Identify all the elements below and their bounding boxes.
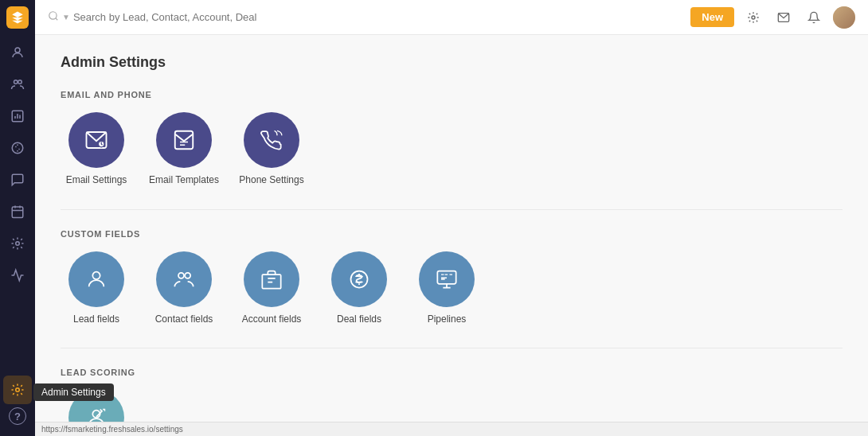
section-title-email-phone: EMAIL AND PHONE	[61, 90, 843, 99]
card-email-settings[interactable]: Email Settings	[61, 112, 132, 187]
sidebar-item-workflows[interactable]	[3, 229, 32, 258]
card-label-lead-fields: Lead fields	[73, 313, 119, 326]
statusbar: https://fsmarketing.freshsales.io/settin…	[35, 422, 868, 436]
card-circle-lead-score	[68, 390, 124, 422]
svg-point-14	[92, 271, 100, 278]
card-pipelines[interactable]: Pipelines	[411, 251, 483, 326]
svg-point-1	[14, 80, 18, 84]
divider-1	[61, 209, 843, 210]
notifications-icon[interactable]	[803, 6, 825, 29]
card-label-pipelines: Pipelines	[428, 313, 467, 326]
card-circle-account-fields	[244, 251, 299, 307]
section-custom-fields: CUSTOM FIELDS Lead fields	[61, 229, 843, 326]
svg-point-4	[12, 142, 23, 154]
card-lead-score-customization[interactable]: Lead Score Customization	[61, 390, 132, 422]
card-label-deal-fields: Deal fields	[337, 313, 381, 326]
sidebar-item-analytics[interactable]	[3, 261, 32, 290]
card-phone-settings[interactable]: Phone Settings	[236, 112, 307, 187]
sidebar-item-deals[interactable]	[3, 134, 32, 162]
search-input[interactable]	[73, 11, 264, 23]
section-title-lead-scoring: LEAD SCORING	[61, 368, 843, 377]
svg-point-7	[16, 388, 20, 392]
page-title: Admin Settings	[61, 54, 843, 71]
card-circle-deal-fields	[331, 251, 387, 307]
sidebar-item-leads[interactable]	[3, 38, 32, 67]
svg-rect-5	[12, 207, 23, 218]
topbar: ▼ New	[35, 0, 868, 35]
search-area: ▼	[48, 10, 684, 24]
svg-point-0	[15, 48, 20, 53]
svg-point-9	[752, 16, 755, 19]
admin-settings-wrap: Admin Settings	[3, 376, 32, 404]
new-button[interactable]: New	[690, 7, 734, 27]
card-contact-fields[interactable]: Contact fields	[148, 251, 220, 326]
divider-2	[61, 348, 843, 348]
cards-row-lead-scoring: Lead Score Customization	[61, 390, 843, 422]
sidebar-item-contacts[interactable]	[3, 70, 32, 99]
section-title-custom-fields: CUSTOM FIELDS	[61, 229, 843, 239]
svg-point-16	[185, 272, 190, 278]
cards-row-email-phone: Email Settings Email Templates	[61, 112, 843, 187]
card-circle-lead-fields	[68, 251, 124, 307]
sidebar-item-calendar[interactable]	[3, 197, 32, 226]
card-label-email-templates: Email Templates	[149, 174, 219, 187]
card-email-templates[interactable]: Email Templates	[148, 112, 220, 187]
svg-point-15	[178, 272, 184, 278]
sidebar-item-admin-settings[interactable]	[3, 376, 32, 404]
cards-row-custom-fields: Lead fields Contact fields	[61, 251, 843, 326]
card-label-account-fields: Account fields	[242, 313, 302, 326]
card-label-phone-settings: Phone Settings	[239, 174, 303, 187]
content-area: Admin Settings EMAIL AND PHONE Email Set…	[35, 35, 868, 422]
search-caret: ▼	[62, 13, 70, 21]
sidebar-item-help[interactable]: ?	[9, 407, 26, 425]
status-url: https://fsmarketing.freshsales.io/settin…	[41, 425, 183, 434]
section-lead-scoring: LEAD SCORING Lead Score Customization	[61, 368, 843, 422]
topbar-right: New	[690, 6, 855, 29]
avatar[interactable]	[833, 6, 855, 29]
card-circle-contact-fields	[156, 251, 212, 307]
card-circle-phone-settings	[244, 112, 299, 168]
email-icon[interactable]	[772, 6, 795, 29]
card-label-contact-fields: Contact fields	[155, 313, 213, 326]
card-label-email-settings: Email Settings	[66, 174, 127, 187]
settings-icon[interactable]	[742, 6, 764, 29]
sidebar: Admin Settings ?	[0, 0, 35, 436]
sidebar-bottom: Admin Settings ?	[3, 376, 32, 430]
card-deal-fields[interactable]: Deal fields	[323, 251, 395, 326]
avatar-image	[833, 6, 855, 29]
sidebar-item-chat[interactable]	[3, 165, 32, 194]
svg-point-6	[16, 242, 20, 246]
svg-rect-13	[175, 131, 194, 150]
app-logo[interactable]	[6, 6, 29, 29]
main-area: ▼ New Adm	[35, 0, 868, 436]
card-account-fields[interactable]: Account fields	[236, 251, 307, 326]
card-circle-pipelines	[419, 251, 475, 307]
svg-point-2	[18, 80, 22, 84]
search-icon	[48, 10, 59, 24]
sidebar-item-reports[interactable]	[3, 102, 32, 130]
card-circle-email-templates	[156, 112, 212, 168]
card-lead-fields[interactable]: Lead fields	[61, 251, 132, 326]
svg-point-8	[49, 12, 57, 19]
section-email-phone: EMAIL AND PHONE Email Settings	[61, 90, 843, 187]
card-circle-email-settings	[68, 112, 124, 168]
